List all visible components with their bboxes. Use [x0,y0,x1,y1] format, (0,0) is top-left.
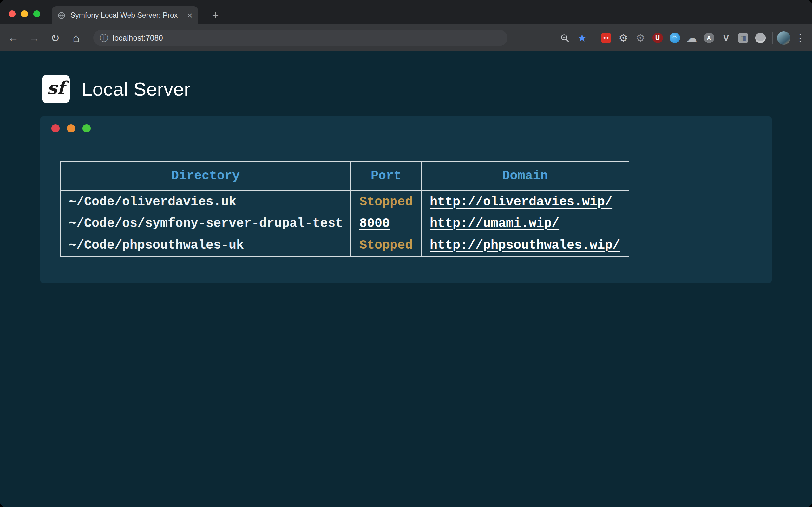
toolbar-right-cluster: ★ ••• ⚙ ⚙ U ◠ ☁ A V ▦ ⋮ [558,24,808,51]
extension-ublock-icon[interactable]: U [650,31,665,45]
directory-cell: ~/Code/os/symfony-server-drupal-test [60,213,351,234]
extension-gear-dark-icon[interactable]: ⚙ [633,31,648,45]
url-text: localhost:7080 [113,34,163,43]
toolbar-divider [772,32,773,44]
extension-gray-badge-icon[interactable]: ▦ [736,31,751,45]
symfony-logo-icon: sf [42,75,70,103]
browser-window: Symfony Local Web Server: Prox × + ← → ↻… [0,0,812,507]
directory-cell: ~/Code/phpsouthwales-uk [60,234,351,257]
fullscreen-window-button[interactable] [33,10,40,17]
site-info-icon[interactable]: ⓘ [100,32,108,44]
tab-symfony-local-server[interactable]: Symfony Local Web Server: Prox × [52,6,198,24]
table-row: ~/Code/os/symfony-server-drupal-test 800… [60,213,629,234]
server-panel: Directory Port Domain ~/Code/oliverdavie… [40,116,772,283]
browser-toolbar: ← → ↻ ⌂ ⓘ localhost:7080 ★ ••• ⚙ ⚙ U ◠ ☁ [0,24,812,51]
forward-icon[interactable]: → [26,30,43,46]
window-controls [9,10,40,17]
panel-orange-dot-icon [67,124,75,132]
server-table-wrap: Directory Port Domain ~/Code/oliverdavie… [60,161,629,257]
panel-red-dot-icon [51,124,60,132]
port-status: Stopped [359,238,413,252]
server-table: Directory Port Domain ~/Code/oliverdavie… [60,161,629,257]
panel-window-dots [51,124,91,132]
close-window-button[interactable] [9,10,15,17]
extension-red-dots-icon[interactable]: ••• [599,31,613,45]
profile-avatar[interactable] [777,32,791,45]
globe-favicon-icon [57,11,66,20]
table-row: ~/Code/oliverdavies.uk Stopped http://ol… [60,191,629,213]
bookmark-star-icon[interactable]: ★ [575,31,589,45]
column-header-directory: Directory [60,161,351,191]
brand-header: sf Local Server [42,75,191,103]
domain-link[interactable]: http://phpsouthwales.wip/ [430,238,620,252]
back-icon[interactable]: ← [5,30,21,46]
reload-icon[interactable]: ↻ [47,30,63,46]
column-header-port: Port [351,161,421,191]
extension-gear-light-icon[interactable]: ⚙ [616,31,630,45]
domain-link[interactable]: http://oliverdavies.wip/ [430,195,612,209]
column-header-domain: Domain [421,161,629,191]
table-header-row: Directory Port Domain [60,161,629,191]
directory-cell: ~/Code/oliverdavies.uk [60,191,351,213]
extension-letter-a-icon[interactable]: A [702,31,716,45]
table-row: ~/Code/phpsouthwales-uk Stopped http://p… [60,234,629,257]
toolbar-divider [594,32,595,44]
extension-letter-v-icon[interactable]: V [719,31,733,45]
zoom-icon[interactable] [558,31,572,45]
domain-link[interactable]: http://umami.wip/ [430,216,559,231]
tab-title: Symfony Local Web Server: Prox [70,11,182,20]
browser-menu-icon[interactable]: ⋮ [793,31,808,45]
page-title: Local Server [82,78,191,100]
panel-green-dot-icon [83,124,91,132]
address-bar[interactable]: ⓘ localhost:7080 [93,30,507,46]
extension-blue-circle-icon[interactable]: ◠ [667,31,682,45]
extension-cloud-icon[interactable]: ☁ [684,31,699,45]
close-tab-icon[interactable]: × [187,11,193,20]
home-icon[interactable]: ⌂ [68,30,84,46]
extension-octocat-icon[interactable] [753,31,768,45]
page-content: sf Local Server Directory Port Domain [0,51,812,507]
port-link[interactable]: 8000 [359,216,390,231]
minimize-window-button[interactable] [21,10,28,17]
tab-strip: Symfony Local Web Server: Prox × + [0,0,812,24]
port-status: Stopped [359,195,413,209]
new-tab-button[interactable]: + [208,8,222,22]
